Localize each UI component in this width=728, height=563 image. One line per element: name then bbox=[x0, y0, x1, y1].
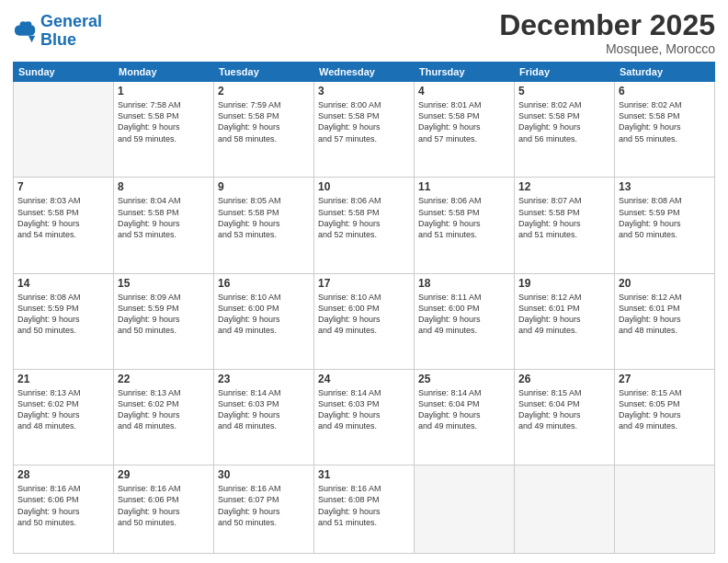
day-number: 15 bbox=[118, 277, 210, 290]
calendar-cell: 26Sunrise: 8:15 AM Sunset: 6:04 PM Dayli… bbox=[515, 370, 615, 465]
day-number: 10 bbox=[318, 180, 410, 193]
calendar-cell: 10Sunrise: 8:06 AM Sunset: 5:58 PM Dayli… bbox=[314, 178, 415, 273]
day-number: 31 bbox=[318, 468, 410, 481]
day-info: Sunrise: 8:00 AM Sunset: 5:58 PM Dayligh… bbox=[318, 99, 410, 144]
day-info: Sunrise: 8:11 AM Sunset: 6:00 PM Dayligh… bbox=[418, 292, 510, 337]
calendar-cell: 5Sunrise: 8:02 AM Sunset: 5:58 PM Daylig… bbox=[515, 82, 615, 178]
calendar-cell: 25Sunrise: 8:14 AM Sunset: 6:04 PM Dayli… bbox=[415, 370, 515, 465]
day-number: 1 bbox=[118, 85, 210, 98]
calendar-cell: 13Sunrise: 8:08 AM Sunset: 5:59 PM Dayli… bbox=[615, 178, 715, 273]
day-info: Sunrise: 8:01 AM Sunset: 5:58 PM Dayligh… bbox=[418, 99, 510, 144]
day-info: Sunrise: 8:02 AM Sunset: 5:58 PM Dayligh… bbox=[619, 99, 711, 144]
calendar-cell: 19Sunrise: 8:12 AM Sunset: 6:01 PM Dayli… bbox=[515, 273, 615, 369]
day-info: Sunrise: 8:04 AM Sunset: 5:58 PM Dayligh… bbox=[118, 195, 210, 240]
day-number: 11 bbox=[418, 180, 510, 193]
calendar-cell bbox=[515, 465, 615, 554]
day-number: 3 bbox=[318, 85, 410, 98]
day-number: 28 bbox=[17, 468, 109, 481]
week-row-2: 7Sunrise: 8:03 AM Sunset: 5:58 PM Daylig… bbox=[14, 178, 715, 273]
month-title: December 2025 bbox=[499, 9, 715, 41]
calendar-cell: 16Sunrise: 8:10 AM Sunset: 6:00 PM Dayli… bbox=[214, 273, 314, 369]
day-info: Sunrise: 8:10 AM Sunset: 6:00 PM Dayligh… bbox=[318, 292, 410, 337]
day-info: Sunrise: 8:12 AM Sunset: 6:01 PM Dayligh… bbox=[619, 292, 711, 337]
calendar-cell: 9Sunrise: 8:05 AM Sunset: 5:58 PM Daylig… bbox=[214, 178, 314, 273]
calendar-cell: 1Sunrise: 7:58 AM Sunset: 5:58 PM Daylig… bbox=[114, 82, 214, 178]
calendar-cell: 11Sunrise: 8:06 AM Sunset: 5:58 PM Dayli… bbox=[415, 178, 515, 273]
calendar-cell: 30Sunrise: 8:16 AM Sunset: 6:07 PM Dayli… bbox=[214, 465, 314, 554]
day-info: Sunrise: 8:06 AM Sunset: 5:58 PM Dayligh… bbox=[418, 195, 510, 240]
calendar-cell: 29Sunrise: 8:16 AM Sunset: 6:06 PM Dayli… bbox=[114, 465, 214, 554]
day-number: 16 bbox=[218, 277, 310, 290]
day-info: Sunrise: 8:16 AM Sunset: 6:06 PM Dayligh… bbox=[118, 483, 210, 528]
day-info: Sunrise: 8:02 AM Sunset: 5:58 PM Dayligh… bbox=[518, 99, 610, 144]
day-info: Sunrise: 8:06 AM Sunset: 5:58 PM Dayligh… bbox=[318, 195, 410, 240]
col-header-sunday: Sunday bbox=[14, 63, 114, 82]
day-number: 19 bbox=[518, 277, 610, 290]
day-number: 20 bbox=[619, 277, 711, 290]
day-number: 21 bbox=[17, 373, 109, 385]
calendar-cell: 12Sunrise: 8:07 AM Sunset: 5:58 PM Dayli… bbox=[515, 178, 615, 273]
calendar-cell: 7Sunrise: 8:03 AM Sunset: 5:58 PM Daylig… bbox=[14, 178, 114, 273]
day-number: 8 bbox=[118, 180, 210, 193]
day-number: 24 bbox=[318, 373, 410, 385]
day-info: Sunrise: 8:09 AM Sunset: 5:59 PM Dayligh… bbox=[118, 292, 210, 337]
day-info: Sunrise: 8:16 AM Sunset: 6:06 PM Dayligh… bbox=[17, 483, 109, 528]
day-number: 23 bbox=[218, 373, 310, 385]
logo-text: General Blue bbox=[40, 13, 102, 50]
col-header-thursday: Thursday bbox=[415, 63, 515, 82]
day-info: Sunrise: 8:10 AM Sunset: 6:00 PM Dayligh… bbox=[218, 292, 310, 337]
day-number: 25 bbox=[418, 373, 510, 385]
week-row-3: 14Sunrise: 8:08 AM Sunset: 5:59 PM Dayli… bbox=[14, 273, 715, 369]
day-number: 26 bbox=[518, 373, 610, 385]
day-number: 4 bbox=[418, 85, 510, 98]
calendar-cell: 14Sunrise: 8:08 AM Sunset: 5:59 PM Dayli… bbox=[14, 273, 114, 369]
col-header-friday: Friday bbox=[515, 63, 615, 82]
day-info: Sunrise: 8:07 AM Sunset: 5:58 PM Dayligh… bbox=[518, 195, 610, 240]
calendar: SundayMondayTuesdayWednesdayThursdayFrid… bbox=[13, 62, 715, 554]
day-info: Sunrise: 8:16 AM Sunset: 6:07 PM Dayligh… bbox=[218, 483, 310, 528]
calendar-cell bbox=[415, 465, 515, 554]
day-info: Sunrise: 8:03 AM Sunset: 5:58 PM Dayligh… bbox=[17, 195, 109, 240]
col-header-tuesday: Tuesday bbox=[214, 63, 314, 82]
day-number: 9 bbox=[218, 180, 310, 193]
calendar-cell: 24Sunrise: 8:14 AM Sunset: 6:03 PM Dayli… bbox=[314, 370, 415, 465]
day-info: Sunrise: 8:16 AM Sunset: 6:08 PM Dayligh… bbox=[318, 483, 410, 528]
col-header-monday: Monday bbox=[114, 63, 214, 82]
calendar-cell: 23Sunrise: 8:14 AM Sunset: 6:03 PM Dayli… bbox=[214, 370, 314, 465]
calendar-header-row: SundayMondayTuesdayWednesdayThursdayFrid… bbox=[14, 63, 715, 82]
day-number: 2 bbox=[218, 85, 310, 98]
day-number: 7 bbox=[17, 180, 109, 193]
col-header-saturday: Saturday bbox=[615, 63, 715, 82]
day-info: Sunrise: 8:15 AM Sunset: 6:04 PM Dayligh… bbox=[518, 387, 610, 432]
calendar-cell: 17Sunrise: 8:10 AM Sunset: 6:00 PM Dayli… bbox=[314, 273, 415, 369]
calendar-cell: 22Sunrise: 8:13 AM Sunset: 6:02 PM Dayli… bbox=[114, 370, 214, 465]
title-block: December 2025 Mosquee, Morocco bbox=[499, 9, 715, 56]
day-number: 18 bbox=[418, 277, 510, 290]
day-info: Sunrise: 8:12 AM Sunset: 6:01 PM Dayligh… bbox=[518, 292, 610, 337]
calendar-cell: 27Sunrise: 8:15 AM Sunset: 6:05 PM Dayli… bbox=[615, 370, 715, 465]
day-number: 29 bbox=[118, 468, 210, 481]
calendar-cell: 8Sunrise: 8:04 AM Sunset: 5:58 PM Daylig… bbox=[114, 178, 214, 273]
day-info: Sunrise: 8:08 AM Sunset: 5:59 PM Dayligh… bbox=[17, 292, 109, 337]
day-number: 13 bbox=[619, 180, 711, 193]
day-number: 12 bbox=[518, 180, 610, 193]
day-info: Sunrise: 7:59 AM Sunset: 5:58 PM Dayligh… bbox=[218, 99, 310, 144]
day-number: 5 bbox=[518, 85, 610, 98]
day-number: 14 bbox=[17, 277, 109, 290]
calendar-cell: 2Sunrise: 7:59 AM Sunset: 5:58 PM Daylig… bbox=[214, 82, 314, 178]
day-info: Sunrise: 8:14 AM Sunset: 6:03 PM Dayligh… bbox=[318, 387, 410, 432]
calendar-cell: 31Sunrise: 8:16 AM Sunset: 6:08 PM Dayli… bbox=[314, 465, 415, 554]
page: General Blue December 2025 Mosquee, Moro… bbox=[0, 0, 728, 563]
header: General Blue December 2025 Mosquee, Moro… bbox=[13, 9, 715, 56]
calendar-cell: 15Sunrise: 8:09 AM Sunset: 5:59 PM Dayli… bbox=[114, 273, 214, 369]
day-info: Sunrise: 8:13 AM Sunset: 6:02 PM Dayligh… bbox=[17, 387, 109, 432]
calendar-cell: 21Sunrise: 8:13 AM Sunset: 6:02 PM Dayli… bbox=[14, 370, 114, 465]
day-number: 30 bbox=[218, 468, 310, 481]
day-info: Sunrise: 8:13 AM Sunset: 6:02 PM Dayligh… bbox=[118, 387, 210, 432]
calendar-cell: 6Sunrise: 8:02 AM Sunset: 5:58 PM Daylig… bbox=[615, 82, 715, 178]
calendar-cell: 28Sunrise: 8:16 AM Sunset: 6:06 PM Dayli… bbox=[14, 465, 114, 554]
week-row-4: 21Sunrise: 8:13 AM Sunset: 6:02 PM Dayli… bbox=[14, 370, 715, 465]
calendar-cell: 20Sunrise: 8:12 AM Sunset: 6:01 PM Dayli… bbox=[615, 273, 715, 369]
day-number: 17 bbox=[318, 277, 410, 290]
day-info: Sunrise: 8:05 AM Sunset: 5:58 PM Dayligh… bbox=[218, 195, 310, 240]
